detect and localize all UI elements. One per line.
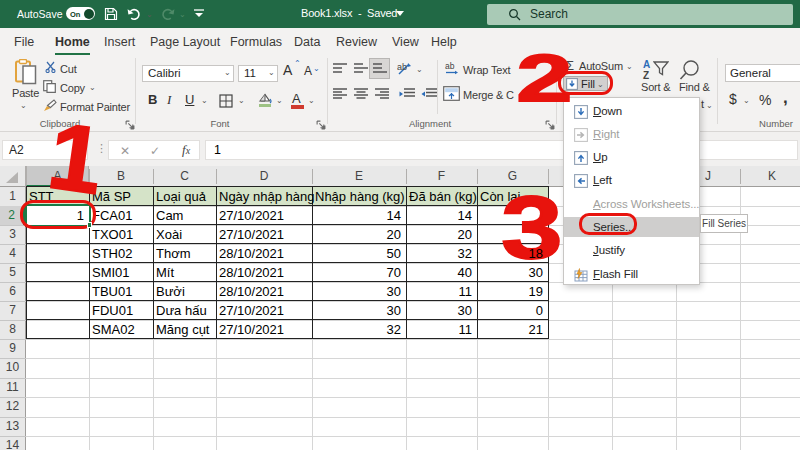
svg-text:ab: ab [397,62,407,72]
svg-text:ab: ab [445,62,455,71]
